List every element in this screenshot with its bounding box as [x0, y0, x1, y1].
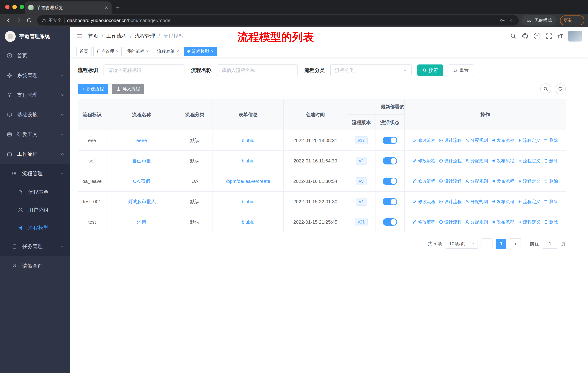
search-icon[interactable] — [510, 33, 516, 39]
show-search-button[interactable] — [540, 83, 551, 94]
active-switch[interactable] — [383, 137, 397, 144]
sidebar-item-user-group[interactable]: 用户分组 — [0, 201, 70, 219]
action-assign-rule-link[interactable]: 分配规则 — [465, 138, 488, 143]
tag-home[interactable]: 首页 — [76, 47, 92, 56]
action-design-link[interactable]: 设计流程 — [439, 178, 462, 184]
zoom-window-button[interactable] — [20, 5, 24, 9]
reload-button[interactable] — [24, 15, 34, 26]
action-delete-link[interactable]: 删除 — [544, 158, 558, 164]
github-icon[interactable] — [522, 33, 528, 39]
close-icon[interactable]: × — [177, 49, 179, 54]
create-process-button[interactable]: + 新建流程 — [78, 84, 108, 94]
action-assign-rule-link[interactable]: 分配规则 — [465, 219, 488, 225]
action-edit-link[interactable]: 修改流程 — [412, 199, 435, 204]
close-icon[interactable]: × — [211, 49, 214, 54]
form-info-link[interactable]: /bpm/oa/leave/create — [226, 179, 270, 184]
minimize-window-button[interactable] — [12, 5, 17, 9]
active-switch[interactable] — [383, 218, 397, 226]
help-icon[interactable]: ? — [534, 33, 540, 39]
close-window-button[interactable] — [5, 5, 10, 9]
sidebar-item-devtools[interactable]: 研发工具 — [0, 125, 70, 144]
breadcrumb-home[interactable]: 首页 — [88, 33, 98, 40]
process-name-link[interactable]: 测试多审批人 — [127, 199, 156, 204]
page-size-select[interactable]: 10条/页 — [446, 239, 478, 249]
process-name-input[interactable] — [217, 64, 298, 76]
action-design-link[interactable]: 设计流程 — [439, 158, 462, 164]
import-process-button[interactable]: 导入流程 — [112, 84, 144, 94]
search-button[interactable]: 搜索 — [417, 64, 443, 76]
browser-update-button[interactable]: 更新 ⋮ — [560, 15, 584, 25]
font-size-icon[interactable]: TT — [557, 33, 563, 39]
form-info-link[interactable]: biubiu — [242, 219, 254, 225]
refresh-table-button[interactable] — [555, 83, 566, 94]
action-edit-link[interactable]: 修改流程 — [412, 219, 435, 225]
sidebar-item-system[interactable]: 系统管理 — [0, 66, 70, 85]
action-delete-link[interactable]: 删除 — [544, 178, 558, 184]
action-edit-link[interactable]: 修改流程 — [412, 138, 435, 143]
action-publish-link[interactable]: 发布流程 — [491, 138, 514, 143]
action-publish-link[interactable]: 发布流程 — [491, 178, 514, 184]
sidebar-item-process-form[interactable]: 流程表单 — [0, 183, 70, 201]
breadcrumb-process-management[interactable]: 流程管理 — [135, 33, 155, 40]
tag-process-model[interactable]: 流程模型× — [184, 47, 217, 56]
password-key-icon[interactable] — [500, 18, 505, 23]
action-delete-link[interactable]: 删除 — [544, 138, 558, 143]
process-name-link[interactable]: 滔博 — [137, 219, 146, 225]
form-info-link[interactable]: biubiu — [242, 138, 254, 143]
prev-page-button[interactable]: ‹ — [482, 238, 493, 249]
action-assign-rule-link[interactable]: 分配规则 — [465, 158, 488, 164]
active-switch[interactable] — [383, 198, 397, 205]
active-switch[interactable] — [383, 178, 397, 185]
action-publish-link[interactable]: 发布流程 — [491, 158, 514, 164]
reset-button[interactable]: 重置 — [448, 64, 474, 76]
browser-menu-icon[interactable]: ⋮ — [575, 18, 580, 23]
tag-tenant[interactable]: 租户管理× — [93, 47, 122, 56]
bookmark-star-icon[interactable]: ☆ — [509, 17, 514, 24]
browser-tab[interactable]: 芋道管理系统 × — [25, 1, 112, 14]
action-definition-link[interactable]: 流程定义 — [517, 138, 540, 143]
close-icon[interactable]: × — [116, 49, 118, 54]
action-delete-link[interactable]: 删除 — [544, 199, 558, 204]
tag-process-form[interactable]: 流程表单× — [154, 47, 182, 56]
next-page-button[interactable]: › — [510, 238, 521, 249]
process-name-link[interactable]: eeee — [136, 138, 147, 143]
active-switch[interactable] — [383, 157, 397, 164]
fullscreen-icon[interactable] — [546, 33, 552, 39]
action-publish-link[interactable]: 发布流程 — [491, 199, 514, 204]
tab-close-icon[interactable]: × — [105, 5, 108, 10]
user-avatar[interactable] — [568, 30, 582, 41]
action-design-link[interactable]: 设计流程 — [439, 199, 462, 204]
forward-button[interactable] — [14, 15, 24, 26]
security-indicator[interactable]: 不安全 — [42, 18, 62, 23]
back-button[interactable] — [4, 15, 14, 26]
sidebar-item-task-management[interactable]: 任务管理 — [0, 237, 70, 256]
action-delete-link[interactable]: 删除 — [544, 219, 558, 225]
close-icon[interactable]: × — [146, 49, 149, 54]
sidebar-item-process-management[interactable]: 流程管理 — [0, 164, 70, 183]
url-bar[interactable]: 不安全 dashboard.yudao.iocoder.cn/bpm/manag… — [37, 15, 519, 26]
action-definition-link[interactable]: 流程定义 — [517, 199, 540, 204]
app-logo[interactable]: 芋道管理系统 — [0, 27, 70, 46]
process-id-input[interactable] — [104, 64, 184, 76]
form-info-link[interactable]: biubiu — [242, 199, 254, 204]
sidebar-item-infrastructure[interactable]: 基础设施 — [0, 105, 70, 125]
goto-page-input[interactable] — [543, 239, 557, 249]
sidebar-item-home[interactable]: 首页 — [0, 46, 70, 66]
action-publish-link[interactable]: 发布流程 — [491, 219, 514, 225]
process-name-link[interactable]: OA 请假 — [133, 179, 150, 184]
new-tab-button[interactable]: + — [116, 4, 120, 12]
action-design-link[interactable]: 设计流程 — [439, 219, 462, 225]
action-definition-link[interactable]: 流程定义 — [517, 178, 540, 184]
action-assign-rule-link[interactable]: 分配规则 — [465, 178, 488, 184]
action-definition-link[interactable]: 流程定义 — [517, 158, 540, 164]
action-assign-rule-link[interactable]: 分配规则 — [465, 199, 488, 204]
sidebar-item-process-model[interactable]: 流程模型 — [0, 219, 70, 237]
sidebar-item-leave-query[interactable]: 请假查询 — [0, 256, 70, 276]
sidebar-item-payment[interactable]: ¥ 支付管理 — [0, 85, 70, 105]
current-page-button[interactable]: 1 — [496, 239, 506, 249]
action-edit-link[interactable]: 修改流程 — [412, 178, 435, 184]
action-definition-link[interactable]: 流程定义 — [517, 219, 540, 225]
process-name-link[interactable]: 自己审批 — [132, 158, 151, 163]
action-edit-link[interactable]: 修改流程 — [412, 158, 435, 164]
sidebar-item-workflow[interactable]: 工作流程 — [0, 144, 70, 164]
